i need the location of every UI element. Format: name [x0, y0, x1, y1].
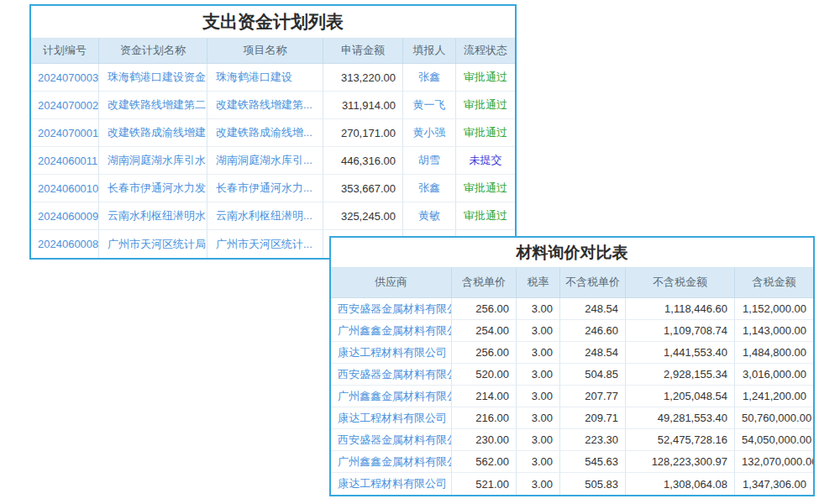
fund-plan-name-link[interactable]: 湖南洞庭湖水库引水... [99, 147, 207, 175]
plan-number-link[interactable]: 2024070001 [31, 119, 99, 147]
plan-number-link[interactable]: 2024060009 [31, 202, 99, 230]
reporter-name: 黄敏 [403, 202, 456, 230]
tax-rate: 3.00 [517, 320, 560, 342]
amount-incl-tax: 1,484,800.00 [735, 342, 813, 364]
plan-number-link[interactable]: 2024070003 [31, 64, 99, 92]
amount-incl-tax: 50,760,000.00 [735, 407, 813, 429]
status-badge: 审批通过 [456, 175, 515, 202]
quote-row: 广州鑫鑫金属材料有限公司 562.00 3.00 545.63 128,223,… [331, 451, 813, 473]
supplier-link[interactable]: 康达工程材料有限公司 [331, 407, 452, 429]
material-quote-table: 供应商含税单价税率不含税单价不含税金额含税金额 西安盛器金属材料有限公司 256… [331, 268, 813, 495]
plan-number-link[interactable]: 2024060010 [31, 175, 99, 202]
tax-rate: 3.00 [517, 342, 560, 364]
amount-incl-tax: 1,241,200.00 [735, 386, 813, 407]
column-header: 申请金额 [323, 39, 403, 64]
fund-plan-name-link[interactable]: 改建铁路线增建第二... [99, 92, 207, 119]
status-badge: 审批通过 [456, 119, 515, 147]
reporter-name: 张鑫 [403, 64, 456, 92]
column-header: 项目名称 [207, 39, 323, 64]
tax-rate: 3.00 [517, 407, 560, 429]
supplier-link[interactable]: 西安盛器金属材料有限公司 [331, 429, 452, 451]
plan-row: 2024070003 珠海鹤港口建设资金... 珠海鹤港口建设 313,220.… [31, 64, 515, 92]
request-amount: 313,220.00 [323, 64, 403, 92]
amount-excl-tax: 2,928,155.34 [626, 364, 735, 386]
column-header: 供应商 [331, 268, 452, 298]
fund-plan-name-link[interactable]: 广州市天河区统计局... [99, 230, 207, 258]
fund-plan-name-link[interactable]: 珠海鹤港口建设资金... [99, 64, 207, 92]
column-header: 税率 [517, 268, 560, 298]
plan-row: 2024070002 改建铁路线增建第二... 改建铁路线增建第... 311,… [31, 92, 515, 119]
expense-plan-panel: 支出资金计划列表 计划编号资金计划名称项目名称申请金额填报人流程状态 20240… [29, 4, 517, 260]
request-amount: 446,316.00 [323, 147, 403, 175]
quote-row: 康达工程材料有限公司 521.00 3.00 505.83 1,308,064.… [331, 473, 813, 495]
fund-plan-name-link[interactable]: 改建铁路成渝线增建... [99, 119, 207, 147]
expense-plan-title: 支出资金计划列表 [31, 6, 515, 39]
unit-price-excl-tax: 248.54 [560, 298, 626, 320]
expense-plan-table: 计划编号资金计划名称项目名称申请金额填报人流程状态 2024070003 珠海鹤… [31, 39, 515, 258]
unit-price-excl-tax: 505.83 [560, 473, 626, 495]
amount-incl-tax: 1,347,306.00 [735, 473, 813, 495]
reporter-name: 张鑫 [403, 175, 456, 202]
quote-row: 西安盛器金属材料有限公司 256.00 3.00 248.54 1,118,44… [331, 298, 813, 320]
material-quote-panel: 材料询价对比表 供应商含税单价税率不含税单价不含税金额含税金额 西安盛器金属材料… [329, 236, 815, 496]
tax-rate: 3.00 [517, 364, 560, 386]
plan-number-link[interactable]: 2024070002 [31, 92, 99, 119]
amount-excl-tax: 49,281,553.40 [626, 407, 735, 429]
supplier-link[interactable]: 西安盛器金属材料有限公司 [331, 298, 452, 320]
fund-plan-name-link[interactable]: 长春市伊通河水力发... [99, 175, 207, 202]
project-name-link[interactable]: 云南水利枢纽潜明... [207, 202, 323, 230]
status-badge: 未提交 [456, 147, 515, 175]
project-name-link[interactable]: 改建铁路成渝线增... [207, 119, 323, 147]
column-header: 填报人 [403, 39, 456, 64]
column-header: 含税金额 [735, 268, 813, 298]
reporter-name: 黄小强 [403, 119, 456, 147]
quote-row: 西安盛器金属材料有限公司 520.00 3.00 504.85 2,928,15… [331, 364, 813, 386]
amount-excl-tax: 1,308,064.08 [626, 473, 735, 495]
expense-plan-header-row: 计划编号资金计划名称项目名称申请金额填报人流程状态 [31, 39, 515, 64]
project-name-link[interactable]: 广州市天河区统计... [207, 230, 323, 258]
request-amount: 353,667.00 [323, 175, 403, 202]
quote-row: 西安盛器金属材料有限公司 230.00 3.00 223.30 52,475,7… [331, 429, 813, 451]
tax-rate: 3.00 [517, 298, 560, 320]
request-amount: 270,171.00 [323, 119, 403, 147]
status-badge: 审批通过 [456, 202, 515, 230]
unit-price-incl-tax: 230.00 [452, 429, 517, 451]
reporter-name: 黄一飞 [403, 92, 456, 119]
supplier-link[interactable]: 西安盛器金属材料有限公司 [331, 364, 452, 386]
unit-price-incl-tax: 254.00 [452, 320, 517, 342]
project-name-link[interactable]: 长春市伊通河水力... [207, 175, 323, 202]
unit-price-incl-tax: 214.00 [452, 386, 517, 407]
supplier-link[interactable]: 广州鑫鑫金属材料有限公司 [331, 451, 452, 473]
column-header: 含税单价 [452, 268, 517, 298]
unit-price-incl-tax: 520.00 [452, 364, 517, 386]
project-name-link[interactable]: 改建铁路线增建第... [207, 92, 323, 119]
plan-number-link[interactable]: 2024060011 [31, 147, 99, 175]
fund-plan-name-link[interactable]: 云南水利枢纽潜明水... [99, 202, 207, 230]
supplier-link[interactable]: 康达工程材料有限公司 [331, 473, 452, 495]
unit-price-excl-tax: 207.77 [560, 386, 626, 407]
material-quote-title: 材料询价对比表 [331, 238, 813, 268]
column-header: 资金计划名称 [99, 39, 207, 64]
tax-rate: 3.00 [517, 451, 560, 473]
quote-row: 广州鑫鑫金属材料有限公司 254.00 3.00 246.60 1,109,70… [331, 320, 813, 342]
request-amount: 311,914.00 [323, 92, 403, 119]
supplier-link[interactable]: 广州鑫鑫金属材料有限公司 [331, 386, 452, 407]
supplier-link[interactable]: 广州鑫鑫金属材料有限公司 [331, 320, 452, 342]
unit-price-excl-tax: 209.71 [560, 407, 626, 429]
quote-row: 广州鑫鑫金属材料有限公司 214.00 3.00 207.77 1,205,04… [331, 386, 813, 407]
amount-excl-tax: 52,475,728.16 [626, 429, 735, 451]
status-badge: 审批通过 [456, 64, 515, 92]
supplier-link[interactable]: 康达工程材料有限公司 [331, 342, 452, 364]
plan-row: 2024060010 长春市伊通河水力发... 长春市伊通河水力... 353,… [31, 175, 515, 202]
amount-incl-tax: 132,070,000.00 [735, 451, 813, 473]
unit-price-excl-tax: 246.60 [560, 320, 626, 342]
project-name-link[interactable]: 湖南洞庭湖水库引... [207, 147, 323, 175]
amount-excl-tax: 1,441,553.40 [626, 342, 735, 364]
amount-excl-tax: 1,205,048.54 [626, 386, 735, 407]
status-badge: 审批通过 [456, 92, 515, 119]
unit-price-excl-tax: 545.63 [560, 451, 626, 473]
column-header: 不含税单价 [560, 268, 626, 298]
project-name-link[interactable]: 珠海鹤港口建设 [207, 64, 323, 92]
amount-excl-tax: 1,109,708.74 [626, 320, 735, 342]
plan-number-link[interactable]: 2024060008 [31, 230, 99, 258]
